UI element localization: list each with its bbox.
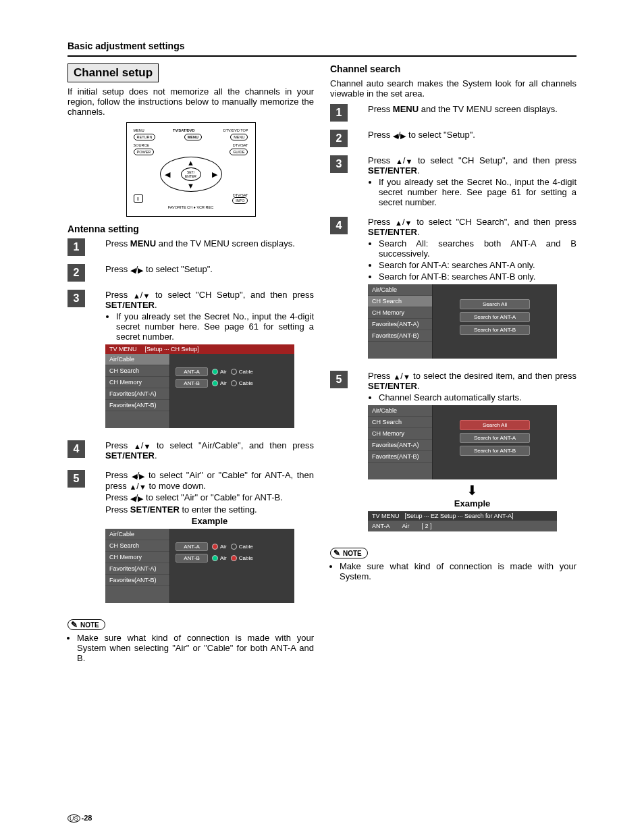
down-arrow-icon: ▼ xyxy=(142,292,150,300)
channel-search-heading: Channel search xyxy=(330,63,576,74)
radio-on-icon xyxy=(212,544,218,550)
note-icon: ✎ xyxy=(333,548,340,558)
step-text: SET/ENTER xyxy=(105,300,155,310)
remote-button: MENU xyxy=(230,134,248,140)
osd-side-item: CH Memory xyxy=(368,428,432,440)
osd-title: TV MENU xyxy=(109,346,137,353)
osd-button: Search All xyxy=(460,420,530,430)
osd-button: Search for ANT-B xyxy=(460,325,530,335)
step-text: Press xyxy=(105,264,130,274)
down-arrow-icon: ▼ xyxy=(405,157,412,165)
example-label: Example xyxy=(105,516,314,526)
osd-side-item: Favorites(ANT-B) xyxy=(105,575,169,586)
step-text: and the TV MENU screen displays. xyxy=(159,238,295,249)
step-text: to select "Air" or "Cable" for ANT-A, th… xyxy=(105,470,314,491)
step-text: to move down. xyxy=(149,481,206,491)
example-label: Example xyxy=(368,498,576,509)
step-text: Press xyxy=(368,130,393,140)
step-3: 3 Press ▲/▼ to select "CH Setup", and th… xyxy=(330,155,576,209)
radio-off-icon xyxy=(231,555,237,561)
step-text: Press xyxy=(368,217,395,227)
step-text: . xyxy=(417,165,420,176)
step-3: 3 Press ▲/▼ to select "CH Setup", and th… xyxy=(68,290,314,432)
radio-off-icon xyxy=(231,369,237,375)
left-arrow-icon: ◀ xyxy=(165,170,170,179)
osd-side-item: Favorites(ANT-A) xyxy=(105,563,169,575)
up-arrow-icon: ▲ xyxy=(134,442,141,450)
osd-label: ANT-A xyxy=(176,367,208,376)
down-arrow-icon: ▼ xyxy=(187,182,194,190)
step-text: to select the desired item, and then pre… xyxy=(413,371,576,381)
step-text: . xyxy=(155,300,157,310)
step-number: 2 xyxy=(330,130,348,147)
osd-option: Cable xyxy=(239,380,253,386)
osd-side-item: CH Search xyxy=(368,296,432,307)
step-1: 1 Press MENU and the TV MENU screen disp… xyxy=(330,104,576,122)
step-text: Press xyxy=(368,155,396,165)
osd-side-item: CH Memory xyxy=(105,552,169,563)
step-text: SET/ENTER xyxy=(368,227,417,237)
right-arrow-icon: ▶ xyxy=(212,170,217,179)
step-2: 2 Press ◀/▶ to select "Setup". xyxy=(68,264,314,282)
step-number: 5 xyxy=(68,470,85,488)
step-2: 2 Press ◀/▶ to select "Setup". xyxy=(330,130,576,147)
step-4: 4 Press ▲/▼ to select "CH Search", and t… xyxy=(330,217,576,363)
remote-button: MENU xyxy=(184,134,202,140)
step-text: SET/ENTER xyxy=(368,381,417,391)
note-badge: ✎ NOTE xyxy=(68,619,105,630)
right-arrow-icon: ▶ xyxy=(139,472,144,481)
remote-button: POWER xyxy=(134,149,155,155)
note-label: NOTE xyxy=(80,621,99,629)
right-arrow-icon: ▶ xyxy=(400,132,406,140)
osd-menu: Air/Cable CH Search CH Memory Favorites(… xyxy=(368,284,557,359)
step-text: to select "Air/Cable", and then press xyxy=(157,440,314,450)
right-arrow-icon: ▶ xyxy=(138,266,143,275)
note-icon: ✎ xyxy=(71,620,78,629)
osd-side-item: Favorites(ANT-B) xyxy=(105,400,169,411)
left-arrow-icon: ◀ xyxy=(130,266,136,275)
osd-side-item: CH Memory xyxy=(368,307,432,319)
step-text: Press xyxy=(368,371,393,381)
osd-button: Search All xyxy=(460,299,530,309)
osd-side-item: Air/Cable xyxy=(368,284,432,296)
step-bullet: Search All: searches both ANT-A and B su… xyxy=(379,238,576,259)
step-text: to enter the setting. xyxy=(182,504,257,515)
osd-menu: TV MENU [Setup ··· CH Setup] Air/Cable C… xyxy=(105,344,294,428)
step-number: 4 xyxy=(330,217,348,234)
step-text: Press xyxy=(105,504,130,515)
down-arrow-icon: ▼ xyxy=(405,219,412,227)
antenna-setting-heading: Antenna setting xyxy=(68,224,314,234)
osd-option: Air xyxy=(220,369,227,375)
down-arrow-icon: ▼ xyxy=(143,442,151,450)
up-arrow-icon: ▲ xyxy=(129,483,136,491)
step-5: 5 Press ◀/▶ to select "Air" or "Cable" f… xyxy=(68,470,314,607)
right-arrow-icon: ▶ xyxy=(138,494,143,503)
step-text: to select "Air" or "Cable" for ANT-B. xyxy=(146,492,283,502)
channel-setup-title: Channel setup xyxy=(68,63,159,82)
osd-side-item: Favorites(ANT-A) xyxy=(368,440,432,451)
step-text: to select "Setup". xyxy=(146,264,213,274)
osd-side-item: CH Search xyxy=(105,540,169,552)
remote-dpad: ▲ ▼ ◀ ▶ SET/ ENTER xyxy=(160,157,222,192)
osd-side-item: Favorites(ANT-A) xyxy=(105,388,169,400)
osd-breadcrumb: [Setup ··· EZ Setup ··· Search for ANT-A… xyxy=(405,513,514,519)
step-text: to select "CH Setup", and then press xyxy=(418,155,576,165)
step-4: 4 Press ▲/▼ to select "Air/Cable", and t… xyxy=(68,440,314,462)
step-text: SET/ENTER xyxy=(130,504,180,515)
osd-menu-example: Air/Cable CH Search CH Memory Favorites(… xyxy=(105,529,294,603)
remote-label: DTV/DVD TOP xyxy=(223,128,248,132)
left-column: Channel setup If initial setup does not … xyxy=(68,63,314,663)
radio-on-icon xyxy=(212,555,218,561)
osd-option: Air xyxy=(220,555,227,561)
step-text: . xyxy=(417,381,420,391)
note-badge: ✎ NOTE xyxy=(330,548,368,558)
osd-side-item: Air/Cable xyxy=(368,405,432,417)
osd-button: Search for ANT-B xyxy=(460,446,530,456)
step-bullet: If you already set the Secret No., input… xyxy=(116,311,314,342)
osd-option: Cable xyxy=(239,544,253,550)
osd-side-item: CH Search xyxy=(368,417,432,428)
remote-label: DTV/SAT xyxy=(233,143,248,147)
osd-title: TV MENU xyxy=(372,513,400,519)
step-text: Press xyxy=(105,440,134,450)
osd-side-item: CH Memory xyxy=(105,377,169,388)
